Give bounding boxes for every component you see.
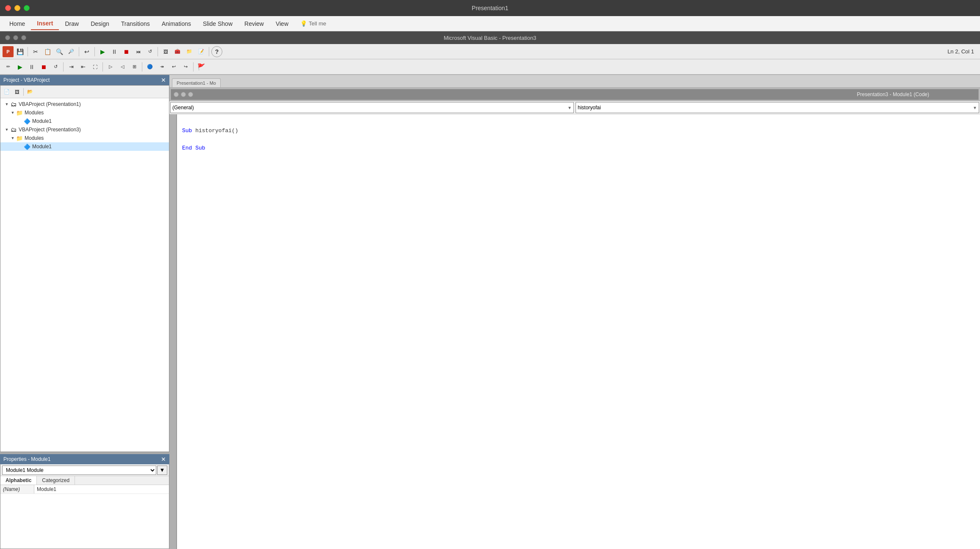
- reset-icon[interactable]: ↺: [144, 46, 155, 57]
- tab-draw[interactable]: Draw: [59, 18, 85, 30]
- properties-grid: (Name) Module1: [0, 485, 169, 549]
- tab-view[interactable]: View: [270, 18, 294, 30]
- vbe-minimize[interactable]: [13, 35, 18, 40]
- maximize-button[interactable]: [24, 5, 30, 11]
- breakpoint-btn[interactable]: 🔵: [144, 61, 155, 72]
- tab-tell-me[interactable]: 💡 Tell me: [294, 18, 332, 29]
- design-mode-btn[interactable]: ✏: [3, 61, 14, 72]
- run-sub-btn[interactable]: ▶: [14, 61, 25, 72]
- tree-expand-1[interactable]: ▼: [4, 101, 10, 107]
- toggle-folders-btn[interactable]: 📂: [25, 87, 35, 97]
- props-tab-alphabetic[interactable]: Alphabetic: [0, 476, 37, 485]
- reset-btn[interactable]: ⏹: [38, 61, 49, 72]
- tree-expand-3[interactable]: ▼: [4, 127, 10, 133]
- break-btn[interactable]: ⏸: [26, 61, 37, 72]
- toggle-all-btn[interactable]: ⊞: [129, 61, 140, 72]
- step-into-btn[interactable]: ↩: [168, 61, 179, 72]
- code-tl-min[interactable]: [181, 92, 186, 97]
- tree-item-module1-1[interactable]: 🔷 Module1: [0, 117, 169, 125]
- tree-item-project3[interactable]: ▼ 🗂 VBAProject (Presentation3): [0, 125, 169, 134]
- props-value-cell[interactable]: Module1: [34, 485, 169, 494]
- step-out-btn[interactable]: ↪: [180, 61, 191, 72]
- pause-icon[interactable]: ⏸: [109, 46, 120, 57]
- save-icon[interactable]: 💾: [14, 46, 25, 57]
- modules1-label: Modules: [25, 110, 44, 116]
- vbe-toolbar-area: P 💾 ✂ 📋 🔍 🔎 ↩ ▶ ⏸ ⏹ ⏮ ↺ 🖼 🧰 📁 📝 ? Ln 2,: [0, 44, 980, 75]
- tree-item-modules3[interactable]: ▼ 📁 Modules: [0, 134, 169, 142]
- fullscreen-btn[interactable]: ⛶: [89, 61, 100, 72]
- stop-icon[interactable]: ⏹: [121, 46, 132, 57]
- tree-expand-modules3[interactable]: ▼: [10, 135, 16, 141]
- project1-icon: 🗂: [10, 101, 17, 108]
- run-icon[interactable]: ▶: [97, 46, 108, 57]
- window-title: Presentation1: [472, 5, 508, 11]
- properties-object-dropdown[interactable]: Module1 Module: [2, 466, 156, 475]
- vbe-close[interactable]: [5, 35, 10, 40]
- code-dropdown-general[interactable]: (General) ▼: [170, 102, 574, 113]
- collapse-btn[interactable]: ◁: [117, 61, 128, 72]
- find-icon[interactable]: 🔍: [54, 46, 65, 57]
- vbe-toolbar-1: P 💾 ✂ 📋 🔍 🔎 ↩ ▶ ⏸ ⏹ ⏮ ↺ 🖼 🧰 📁 📝 ? Ln 2,: [0, 44, 980, 59]
- tree-expand-placeholder1: [17, 118, 23, 124]
- code-tl-max[interactable]: [188, 92, 193, 97]
- tab-slideshow[interactable]: Slide Show: [197, 18, 238, 30]
- expand-btn[interactable]: ▷: [105, 61, 116, 72]
- ppt-icon-btn[interactable]: P: [3, 46, 14, 57]
- step-over-btn[interactable]: ↠: [156, 61, 167, 72]
- tab-insert[interactable]: Insert: [31, 17, 59, 30]
- code-content[interactable]: Sub historyofai() End Sub: [177, 114, 980, 549]
- breakmode-icon[interactable]: ⏮: [133, 46, 144, 57]
- props-tab-categorized[interactable]: Categorized: [37, 476, 75, 485]
- code-window-frame: Presentation3 - Module1 (Code): [169, 88, 980, 101]
- code-editor[interactable]: Sub historyofai() End Sub: [177, 114, 980, 549]
- tab-animations[interactable]: Animations: [156, 18, 197, 30]
- toolbox-icon[interactable]: 🧰: [172, 46, 183, 57]
- tab-review[interactable]: Review: [238, 18, 270, 30]
- view-object-btn[interactable]: 🖼: [12, 87, 22, 97]
- outdent-btn[interactable]: ⇤: [78, 61, 89, 72]
- tree-item-modules1[interactable]: ▼ 📁 Modules: [0, 108, 169, 117]
- project1-label: VBAProject (Presentation1): [19, 101, 81, 107]
- view-code-btn[interactable]: 📄: [2, 87, 11, 97]
- tab-home[interactable]: Home: [3, 18, 31, 30]
- close-button[interactable]: [5, 5, 11, 11]
- code-line-3: [182, 136, 975, 144]
- project-toolbar: 📄 🖼 📂: [0, 86, 169, 98]
- project-icon[interactable]: 📁: [184, 46, 195, 57]
- project-panel-close[interactable]: ✕: [161, 77, 166, 83]
- code-window-title-text: Presentation3 - Module1 (Code): [857, 92, 929, 97]
- tree-item-module3-1[interactable]: 🔷 Module1: [0, 142, 169, 151]
- code-window-traffic-lights: [174, 92, 193, 97]
- userform-icon[interactable]: 🖼: [160, 46, 171, 57]
- code-window-title-bar: Presentation3 - Module1 (Code): [171, 89, 978, 100]
- modules1-icon: 📁: [16, 109, 23, 116]
- tab-transitions[interactable]: Transitions: [115, 18, 156, 30]
- presentation-tab-bar: Presentation1 - Mo: [169, 75, 980, 88]
- project3-icon: 🗂: [10, 126, 17, 133]
- properties-dropdown-arrow[interactable]: ▼: [157, 466, 167, 475]
- presentation1-tab[interactable]: Presentation1 - Mo: [172, 78, 221, 87]
- indent-btn[interactable]: ⇥: [66, 61, 77, 72]
- properties-panel-close[interactable]: ✕: [161, 456, 166, 462]
- find2-icon[interactable]: 🔎: [66, 46, 77, 57]
- tab-design[interactable]: Design: [85, 18, 115, 30]
- toggle-btn[interactable]: ↺: [50, 61, 61, 72]
- code-tl-close[interactable]: [174, 92, 179, 97]
- props-row-name: (Name) Module1: [0, 485, 169, 494]
- help-icon[interactable]: ?: [211, 46, 222, 57]
- undo-icon[interactable]: ↩: [81, 46, 92, 57]
- copy-icon[interactable]: 📋: [42, 46, 53, 57]
- properties-icon[interactable]: 📝: [196, 46, 207, 57]
- vbe-traffic-lights: [5, 35, 26, 40]
- tree-expand-placeholder3: [17, 144, 23, 150]
- cut-icon[interactable]: ✂: [30, 46, 41, 57]
- tree-item-project1[interactable]: ▼ 🗂 VBAProject (Presentation1): [0, 100, 169, 108]
- flag-btn[interactable]: 🚩: [196, 61, 207, 72]
- code-dropdown-proc[interactable]: historyofai ▼: [576, 102, 979, 113]
- dropdown-right-arrow: ▼: [973, 105, 977, 110]
- vbe-maximize[interactable]: [21, 35, 26, 40]
- minimize-button[interactable]: [14, 5, 20, 11]
- vbe-window: Microsoft Visual Basic - Presentation3 P…: [0, 31, 980, 549]
- tree-expand-modules1[interactable]: ▼: [10, 110, 16, 116]
- project-panel-header: Project - VBAProject ✕: [0, 75, 169, 85]
